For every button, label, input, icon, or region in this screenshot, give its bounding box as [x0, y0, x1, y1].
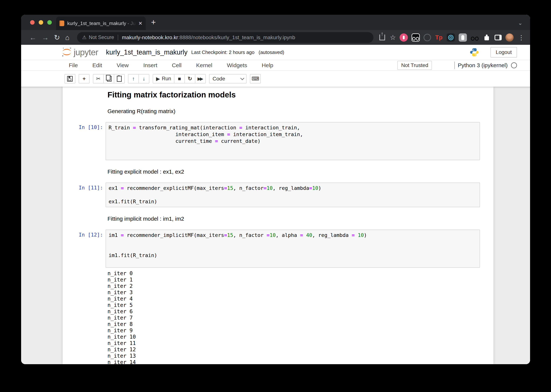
save-button[interactable]	[65, 74, 75, 84]
output-line: n_iter 13	[108, 353, 480, 359]
move-cell-down-button[interactable]: ↓	[138, 74, 149, 84]
code-line	[109, 259, 477, 266]
markdown-paragraph: Fitting explicit model : ex1, ex2	[106, 168, 480, 175]
url-domain: makurly-notebook.kro.kr	[122, 35, 178, 41]
logout-button[interactable]: Logout	[490, 47, 517, 57]
cut-cell-button[interactable]: ✂	[93, 74, 104, 84]
profile-avatar[interactable]	[505, 33, 514, 42]
output-line: n_iter 1	[108, 277, 480, 283]
add-cell-button[interactable]: +	[79, 74, 89, 84]
tab-search-icon[interactable]: ⌄	[518, 20, 522, 26]
heading-cell[interactable]: Fitting matrix factorization models	[63, 90, 493, 100]
save-icon	[67, 76, 73, 82]
output-line: n_iter 5	[108, 302, 480, 308]
cell-body: Fitting explicit model : ex1, ex2	[106, 168, 480, 175]
url-path: :8888/notebooks/kurly_1st_team_is_makurl…	[178, 35, 295, 41]
extension-hand-icon[interactable]	[459, 33, 467, 42]
command-palette-button[interactable]: ⌨	[250, 74, 261, 84]
notebook-title[interactable]: kurly_1st_team_is_makurly	[106, 48, 188, 56]
home-icon[interactable]: ⌂	[65, 34, 70, 41]
code-cell[interactable]: In [12]:im1 = recommender_implicitMF(max…	[63, 230, 493, 364]
address-bar[interactable]: ⚠ Not Secure makurly-notebook.kro.kr:888…	[77, 32, 373, 43]
output-line: n_iter 6	[108, 308, 480, 315]
cell-prompt	[63, 90, 106, 100]
jupyter-menubar: File Edit View Insert Cell Kernel Widget…	[21, 60, 530, 71]
trust-badge[interactable]: Not Trusted	[397, 61, 432, 70]
browser-menu-icon[interactable]: ⋮	[518, 34, 524, 41]
code-cell[interactable]: In [11]:ex1 = recommender_explicitMF(max…	[63, 182, 493, 207]
close-window-button[interactable]	[30, 20, 35, 25]
code-line: im1 = recommender_implicitMF(max_iters=1…	[109, 232, 477, 238]
tab-close-icon[interactable]: ✕	[138, 21, 142, 26]
code-line: current_time = current_date)	[109, 138, 477, 145]
menu-kernel[interactable]: Kernel	[196, 62, 212, 69]
code-cell[interactable]: In [10]:R_train = transform_rating_mat(i…	[63, 122, 493, 160]
stop-button[interactable]: ■	[174, 74, 185, 84]
jupyter-header: jupyter kurly_1st_team_is_makurly Last C…	[21, 45, 530, 60]
share-icon[interactable]	[379, 35, 385, 40]
back-icon[interactable]: ←	[29, 34, 36, 41]
not-secure-label[interactable]: Not Secure	[89, 35, 114, 40]
bookmark-star-icon[interactable]: ☆	[390, 34, 396, 42]
menu-cell[interactable]: Cell	[172, 62, 182, 69]
code-input[interactable]: R_train = transform_rating_mat(interacti…	[106, 122, 480, 160]
code-line	[109, 238, 477, 245]
text-cell[interactable]: Fitting implicit model : im1, im2	[63, 215, 493, 222]
restart-run-all-button[interactable]: ▶▶	[195, 74, 206, 84]
markdown-heading: Fitting matrix factorization models	[106, 90, 480, 100]
menu-file[interactable]: File	[69, 62, 78, 69]
tab-title: kurly_1st_team_is_makurly - Ju	[67, 21, 137, 26]
run-button[interactable]: ▶Run	[153, 74, 174, 84]
run-label: Run	[162, 76, 171, 82]
extension-react-icon[interactable]	[447, 33, 455, 42]
url-divider	[118, 35, 118, 40]
autosave-status: (autosaved)	[259, 49, 284, 55]
restart-kernel-button[interactable]: ↻	[184, 74, 195, 84]
code-line: im1.fit(R_train)	[109, 252, 477, 259]
extension-tp-icon[interactable]: Tp	[435, 33, 443, 42]
extension-ring-icon[interactable]	[424, 34, 431, 41]
browser-action-icons: ☆ Tp ⋮	[379, 33, 524, 42]
new-tab-button[interactable]: +	[151, 17, 156, 28]
zoom-window-button[interactable]	[47, 20, 52, 25]
code-line	[109, 191, 477, 198]
output-line: n_iter 10	[108, 334, 480, 340]
text-cell[interactable]: Fitting explicit model : ex1, ex2	[63, 168, 493, 175]
browser-tab[interactable]: kurly_1st_team_is_makurly - Ju ✕	[56, 17, 146, 30]
notebook-scroll-area[interactable]: Fitting matrix factorization modelsGener…	[21, 87, 530, 364]
python-logo-icon	[470, 47, 479, 57]
move-cell-up-button[interactable]: ↑	[128, 74, 139, 84]
reload-icon[interactable]: ↻	[54, 34, 60, 41]
code-input[interactable]: im1 = recommender_implicitMF(max_iters=1…	[106, 230, 480, 268]
cell-body: ex1 = recommender_explicitMF(max_iters=1…	[106, 182, 480, 207]
sidebar-toggle-icon[interactable]	[494, 35, 502, 40]
extensions-puzzle-icon[interactable]	[483, 33, 491, 42]
code-line: R_train = transform_rating_mat(interacti…	[109, 124, 477, 131]
code-line: ex1.fit(R_train)	[109, 198, 477, 205]
menu-view[interactable]: View	[117, 62, 129, 69]
chevron-down-icon	[240, 76, 244, 80]
menu-widgets[interactable]: Widgets	[227, 62, 247, 69]
menu-insert[interactable]: Insert	[143, 62, 157, 69]
text-cell[interactable]: Generating R(rating matrix)	[63, 108, 493, 115]
minimize-window-button[interactable]	[39, 20, 43, 25]
paste-cell-button[interactable]	[114, 74, 125, 84]
output-line: n_iter 9	[108, 327, 480, 334]
forward-icon[interactable]: →	[42, 34, 49, 41]
cell-type-select[interactable]: Code	[209, 74, 246, 84]
jupyter-logo-icon[interactable]	[61, 47, 72, 58]
warning-icon: ⚠	[82, 35, 87, 40]
jupyter-wordmark[interactable]: jupyter	[74, 47, 98, 57]
code-line: ex1 = recommender_explicitMF(max_iters=1…	[109, 185, 477, 191]
code-input[interactable]: ex1 = recommender_explicitMF(max_iters=1…	[106, 182, 480, 207]
menu-help[interactable]: Help	[262, 62, 273, 69]
output-line: n_iter 2	[108, 283, 480, 289]
extension-bike-icon[interactable]	[471, 33, 479, 42]
code-line	[109, 151, 477, 158]
menu-edit[interactable]: Edit	[92, 62, 102, 69]
copy-cell-button[interactable]	[103, 74, 114, 84]
copy-icon	[107, 76, 112, 82]
extension-glasses-icon[interactable]	[412, 33, 420, 42]
extension-pink-icon[interactable]	[400, 33, 408, 42]
cell-body: Fitting matrix factorization models	[106, 90, 480, 100]
